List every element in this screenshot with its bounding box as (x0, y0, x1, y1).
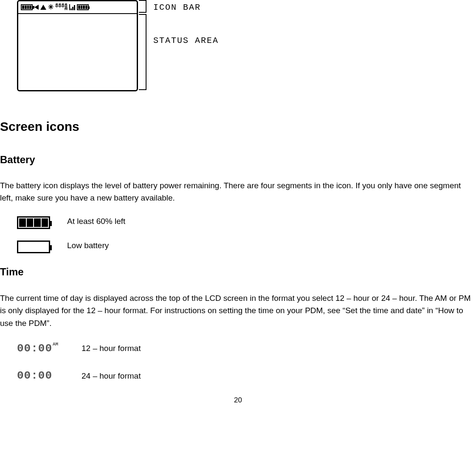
time-intro-text: The current time of day is displayed acr… (0, 292, 476, 329)
battery-full-icon (17, 216, 50, 229)
time-24h-digits: 00:00 (17, 367, 52, 384)
clock-icon: 8888 AMPM (55, 4, 68, 10)
lcd-frame: ✳ 8888 AMPM (17, 0, 138, 91)
battery-icon (77, 4, 89, 10)
battery-intro-text: The battery icon displays the level of b… (0, 179, 476, 204)
heading-time: Time (0, 264, 476, 280)
heading-screen-icons: Screen icons (0, 117, 476, 137)
time-12h-icon: 00:00AM (17, 340, 65, 357)
time-12h-digits: 00:00 (17, 340, 52, 357)
signal-icon (69, 4, 75, 10)
snowflake-icon: ✳ (48, 4, 54, 11)
page-number: 20 (0, 395, 476, 406)
time-12h-label: 12 – hour format (82, 342, 141, 354)
battery-full-label: At least 60% left (67, 215, 125, 229)
time-12h-row: 00:00AM 12 – hour format (17, 340, 476, 357)
icon-bar: ✳ 8888 AMPM (18, 1, 137, 14)
time-24h-icon: 00:00 (17, 367, 65, 384)
battery-low-icon (17, 241, 50, 253)
battery-low-row: Low battery (17, 239, 476, 253)
status-area-label: STATUS AREA (153, 34, 219, 47)
lcd-diagram: ✳ 8888 AMPM ICON BAR STATUS AREA (0, 0, 476, 91)
iconbar-label: ICON BAR (153, 1, 201, 14)
time-24h-row: 00:00 24 – hour format (17, 367, 476, 384)
battery-low-label: Low battery (67, 239, 109, 253)
time-12h-ampm: AM (53, 341, 58, 348)
time-24h-label: 24 – hour format (82, 370, 141, 382)
battery-full-row: At least 60% left (17, 215, 476, 229)
bracket-column (139, 0, 152, 91)
alert-icon (40, 5, 46, 10)
battery-icon (21, 4, 33, 10)
heading-battery: Battery (0, 152, 476, 167)
speaker-icon (34, 5, 39, 10)
